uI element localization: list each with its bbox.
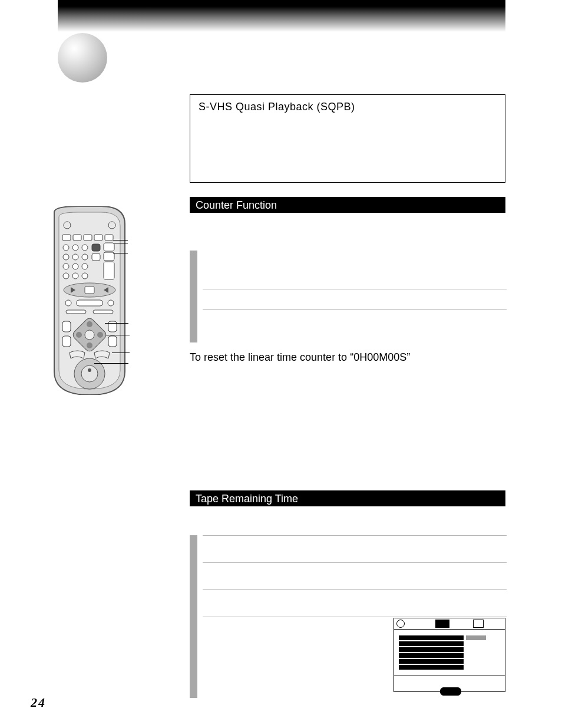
sphere-icon bbox=[58, 33, 107, 83]
cassette-icon bbox=[435, 620, 449, 628]
clock-icon bbox=[396, 620, 405, 628]
svg-rect-3 bbox=[73, 235, 81, 241]
osd-menu-tab bbox=[440, 687, 461, 696]
osd-menu-row bbox=[399, 635, 505, 640]
svg-point-8 bbox=[72, 245, 78, 251]
remote-control-diagram bbox=[42, 206, 137, 397]
svg-rect-2 bbox=[62, 235, 71, 241]
svg-point-19 bbox=[82, 263, 88, 269]
svg-point-38 bbox=[85, 330, 94, 340]
osd-menu-row bbox=[399, 647, 505, 652]
osd-menu-row bbox=[399, 659, 505, 664]
osd-menu-row bbox=[399, 641, 505, 646]
svhs-box: S-VHS Quasi Playback (SQPB) bbox=[190, 94, 505, 183]
svg-point-14 bbox=[82, 254, 88, 260]
svg-point-23 bbox=[82, 273, 88, 279]
svg-rect-35 bbox=[62, 336, 71, 347]
step-divider bbox=[203, 617, 507, 617]
osd-menu-row bbox=[399, 653, 505, 658]
svg-rect-33 bbox=[62, 321, 71, 332]
svg-point-42 bbox=[97, 332, 103, 338]
osd-menu-row bbox=[399, 665, 505, 670]
tv-icon bbox=[473, 620, 484, 628]
remote-callout-line bbox=[112, 353, 130, 353]
remote-callout-line bbox=[113, 253, 128, 253]
svg-point-44 bbox=[81, 365, 98, 382]
svg-rect-6 bbox=[105, 235, 113, 241]
remote-callout-line bbox=[113, 243, 128, 243]
osd-menu-illustration bbox=[394, 618, 505, 692]
svg-point-45 bbox=[88, 368, 91, 372]
remote-body-svg bbox=[42, 206, 137, 395]
step-indicator-bar bbox=[190, 251, 197, 342]
svg-rect-32 bbox=[93, 310, 113, 314]
section-heading-counter: Counter Function bbox=[190, 197, 505, 213]
step-divider bbox=[203, 535, 507, 536]
section-topic-sphere bbox=[58, 33, 107, 83]
svg-rect-31 bbox=[66, 310, 86, 314]
svg-point-17 bbox=[63, 263, 69, 269]
svg-rect-27 bbox=[85, 286, 94, 294]
svg-rect-15 bbox=[92, 253, 100, 261]
svg-point-7 bbox=[63, 245, 69, 251]
svg-rect-10 bbox=[92, 244, 100, 251]
svg-rect-5 bbox=[94, 235, 103, 241]
step-indicator-bar bbox=[190, 535, 197, 698]
svhs-title: S-VHS Quasi Playback (SQPB) bbox=[199, 101, 497, 113]
svg-point-30 bbox=[108, 300, 114, 306]
svg-point-12 bbox=[63, 254, 69, 260]
page-number: 24 bbox=[31, 695, 46, 710]
svg-point-40 bbox=[87, 342, 92, 348]
svg-point-22 bbox=[72, 273, 78, 279]
remote-callout-line bbox=[105, 323, 128, 324]
page-header-gradient bbox=[58, 0, 505, 32]
svg-point-28 bbox=[65, 300, 71, 306]
svg-rect-20 bbox=[104, 262, 114, 279]
step-divider bbox=[203, 589, 507, 590]
step-divider bbox=[203, 562, 507, 563]
counter-reset-heading: To reset the linear time counter to “0H0… bbox=[190, 351, 505, 364]
svg-point-18 bbox=[72, 263, 78, 269]
remote-callout-line bbox=[94, 363, 128, 364]
section-heading-tape: Tape Remaining Time bbox=[190, 490, 505, 506]
svg-point-21 bbox=[63, 273, 69, 279]
display-indicator-box bbox=[203, 289, 507, 310]
svg-point-39 bbox=[87, 321, 92, 327]
svg-rect-11 bbox=[104, 243, 114, 251]
remote-callout-line bbox=[113, 240, 128, 241]
remote-callout-line bbox=[106, 335, 130, 335]
svg-point-13 bbox=[72, 254, 78, 260]
svg-point-9 bbox=[82, 245, 88, 251]
svg-rect-4 bbox=[84, 235, 92, 241]
svg-rect-36 bbox=[108, 336, 117, 347]
svg-point-41 bbox=[76, 332, 82, 338]
svg-rect-16 bbox=[104, 252, 114, 261]
svg-rect-29 bbox=[77, 300, 103, 306]
